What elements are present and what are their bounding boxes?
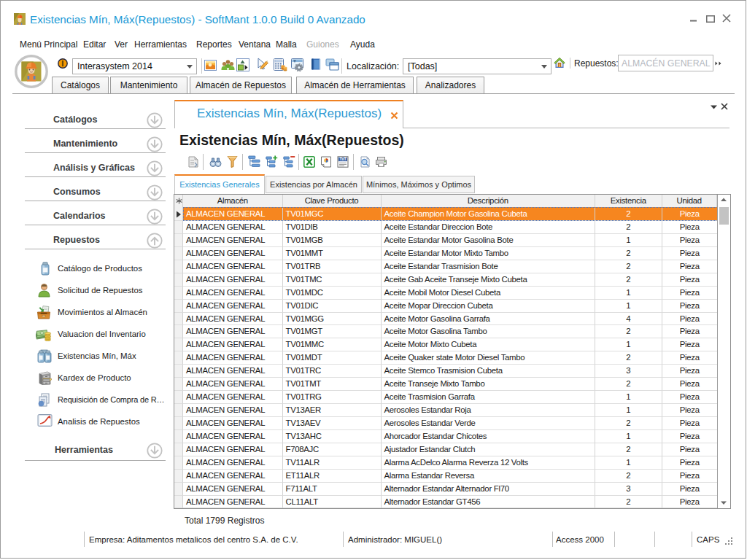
svg-text:TxT: TxT xyxy=(339,157,347,161)
